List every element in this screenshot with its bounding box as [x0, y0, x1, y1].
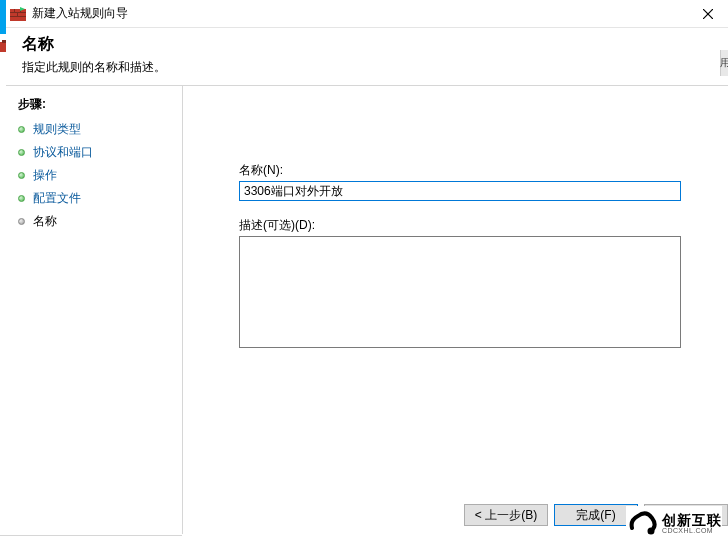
page-title: 名称	[22, 34, 712, 55]
bullet-icon	[18, 218, 25, 225]
name-input[interactable]	[239, 181, 681, 201]
wizard-header: 名称 指定此规则的名称和描述。	[6, 28, 728, 86]
finish-button[interactable]: 完成(F)	[554, 504, 638, 526]
background-fragment: 用	[720, 50, 728, 76]
name-label: 名称(N):	[239, 162, 708, 179]
description-label: 描述(可选)(D):	[239, 217, 708, 234]
description-input[interactable]	[239, 236, 681, 348]
svg-rect-5	[14, 9, 15, 12]
svg-rect-7	[17, 13, 18, 16]
step-name[interactable]: 名称	[18, 213, 178, 230]
bullet-icon	[18, 195, 25, 202]
svg-rect-4	[10, 16, 26, 17]
step-label: 配置文件	[33, 190, 81, 207]
bullet-icon	[18, 149, 25, 156]
step-rule-type[interactable]: 规则类型	[18, 121, 178, 138]
step-label: 名称	[33, 213, 57, 230]
step-protocol-ports[interactable]: 协议和端口	[18, 144, 178, 161]
step-label: 规则类型	[33, 121, 81, 138]
step-action[interactable]: 操作	[18, 167, 178, 184]
step-profile[interactable]: 配置文件	[18, 190, 178, 207]
wizard-footer: < 上一步(B) 完成(F)	[182, 496, 728, 534]
steps-sidebar: 步骤: 规则类型 协议和端口 操作 配置文件 名称	[6, 86, 182, 534]
window-title: 新建入站规则向导	[32, 5, 688, 22]
close-icon	[703, 9, 713, 19]
back-button[interactable]: < 上一步(B)	[464, 504, 548, 526]
bullet-icon	[18, 126, 25, 133]
cancel-button-partial[interactable]	[644, 504, 728, 526]
bullet-icon	[18, 172, 25, 179]
svg-rect-3	[10, 12, 26, 13]
firewall-icon	[10, 6, 26, 22]
step-label: 协议和端口	[33, 144, 93, 161]
step-label: 操作	[33, 167, 57, 184]
wizard-content: 名称(N): 描述(可选)(D):	[182, 86, 728, 496]
divider	[0, 535, 182, 536]
steps-heading: 步骤:	[18, 96, 178, 113]
page-subtitle: 指定此规则的名称和描述。	[22, 59, 712, 76]
titlebar: 新建入站规则向导	[6, 0, 728, 28]
close-button[interactable]	[688, 0, 728, 28]
